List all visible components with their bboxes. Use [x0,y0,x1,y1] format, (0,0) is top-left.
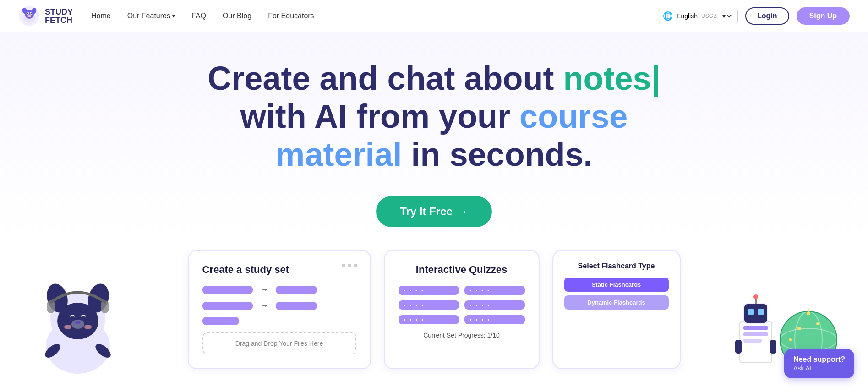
nav-blog[interactable]: Our Blog [223,12,251,20]
svg-point-18 [75,321,81,324]
svg-rect-37 [748,309,754,315]
arrow-icon-1: → [260,285,268,294]
nav-educators[interactable]: For Educators [268,12,314,20]
quiz-row-2: • • • • • • • • [399,300,525,310]
svg-point-27 [797,327,801,330]
hero-title-part2: with AI from your [240,98,519,135]
quiz-progress: Current Set Progress: 1/10 [399,332,525,339]
bar-left-1 [202,286,253,294]
svg-point-19 [64,325,71,329]
arrow-icon-2: → [260,301,268,310]
logo[interactable]: STUDY FETCH [18,5,73,27]
svg-point-28 [816,322,819,325]
globe-icon: 🌐 [663,11,673,21]
logo-icon [18,5,40,27]
login-button[interactable]: Login [745,7,789,25]
quiz-bar-2: • • • • [464,286,525,295]
support-widget[interactable]: Need support? Ask AI [784,349,854,378]
navbar-left: STUDY FETCH Home Our Features ▾ FAQ Our … [18,5,314,27]
try-free-button[interactable]: Try It Free → [376,196,492,227]
nav-home-link[interactable]: Home [91,12,111,20]
bar-right-1 [276,286,317,294]
study-row-2: → [202,301,356,310]
flashcard-header: Select Flashcard Type [564,262,669,270]
book-robot [731,294,781,369]
hero-section: Create and chat about notes| with AI fro… [0,32,868,374]
quiz-title: Interactive Quizzes [399,264,525,276]
quiz-row-1: • • • • • • • • [399,286,525,295]
card-study-set: Create a study set → → [188,250,371,369]
hero-title-part3: in seconds. [402,136,593,173]
try-free-label: Try It Free [400,205,453,218]
svg-rect-42 [770,340,776,354]
static-flashcards-button[interactable]: Static Flashcards [564,278,669,292]
language-code: USGB [701,13,717,19]
dot-1 [342,264,345,267]
svg-rect-32 [743,326,768,330]
study-row-1: → [202,285,356,294]
nav-blog-link[interactable]: Our Blog [223,12,251,20]
language-label: English [677,12,698,20]
svg-point-29 [789,338,792,341]
arrow-icon: → [457,205,468,218]
quiz-bar-3: • • • • [399,300,459,310]
cards-section: Create a study set → → [0,250,868,374]
svg-point-20 [84,325,92,329]
signup-button[interactable]: Sign Up [797,7,850,25]
chevron-down-icon: ▾ [172,13,175,19]
mascot-dog-left [27,273,128,374]
hero-title-part1: Create and chat about [207,60,563,97]
hero-cta: Try It Free → [376,196,492,227]
nav-faq-link[interactable]: FAQ [191,12,206,20]
svg-point-40 [753,294,758,299]
nav-features-link[interactable]: Our Features ▾ [127,12,175,20]
language-selector[interactable]: 🌐 English USGB ▾ [658,9,738,23]
dot-2 [348,264,351,267]
dynamic-flashcards-button[interactable]: Dynamic Flashcards [564,295,669,310]
quiz-bar-4: • • • • [464,300,525,310]
bar-left-3 [202,317,239,325]
logo-study: STUDY [45,8,73,16]
support-subtitle: Ask AI [793,365,845,372]
quiz-row-3: • • • • • • • • [399,315,525,324]
svg-point-7 [27,15,31,17]
card-quiz: Interactive Quizzes • • • • • • • • • • … [384,250,540,369]
nav-links: Home Our Features ▾ FAQ Our Blog For Edu… [91,12,314,20]
svg-rect-33 [743,332,768,336]
logo-fetch: FETCH [45,16,73,24]
svg-rect-38 [758,309,764,315]
nav-faq[interactable]: FAQ [191,12,206,20]
support-title: Need support? [793,355,845,364]
svg-rect-41 [735,340,742,354]
navbar-right: 🌐 English USGB ▾ Login Sign Up [658,7,850,25]
nav-educators-link[interactable]: For Educators [268,12,314,20]
quiz-bar-6: • • • • [464,315,525,324]
drag-drop-zone[interactable]: Drag and Drop Your Files Here [202,332,356,354]
language-select-dropdown[interactable]: ▾ [721,12,733,20]
navbar: STUDY FETCH Home Our Features ▾ FAQ Our … [0,0,868,32]
card-flashcard: Select Flashcard Type Static Flashcards … [552,250,681,369]
bar-left-2 [202,302,253,310]
card-dots [342,264,357,267]
quiz-bar-5: • • • • [399,315,459,324]
hero-title: Create and chat about notes| with AI fro… [182,60,686,173]
svg-point-5 [27,12,28,14]
study-set-title: Create a study set [202,264,356,276]
dot-3 [354,264,357,267]
quiz-bar-1: • • • • [399,286,459,295]
nav-features[interactable]: Our Features ▾ [127,12,175,20]
cards-row: Create a study set → → [188,250,681,374]
study-row-3 [202,317,356,325]
hero-title-notes: notes| [563,60,660,97]
svg-point-6 [31,12,32,14]
logo-text: STUDY FETCH [45,8,73,24]
quiz-rows: • • • • • • • • • • • • • • • • [399,286,525,324]
nav-home[interactable]: Home [91,12,111,20]
bar-right-2 [276,302,317,310]
svg-rect-34 [743,339,762,343]
study-rows: → → [202,285,356,325]
